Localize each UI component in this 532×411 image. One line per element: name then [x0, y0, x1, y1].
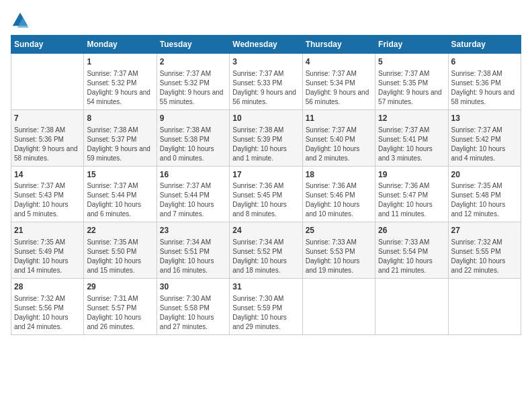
- calendar-week-5: 28Sunrise: 7:32 AMSunset: 5:56 PMDayligh…: [11, 279, 521, 335]
- day-info: Sunrise: 7:37 AMSunset: 5:35 PMDaylight:…: [378, 69, 445, 107]
- day-number: 4: [306, 56, 372, 68]
- day-info: Sunrise: 7:38 AMSunset: 5:37 PMDaylight:…: [87, 126, 153, 163]
- day-number: 13: [451, 113, 518, 124]
- day-number: 24: [232, 225, 299, 236]
- day-info: Sunrise: 7:33 AMSunset: 5:54 PMDaylight:…: [378, 238, 445, 275]
- day-info: Sunrise: 7:37 AMSunset: 5:43 PMDaylight:…: [14, 181, 81, 219]
- day-number: 20: [451, 169, 518, 181]
- day-of-week-saturday: Saturday: [448, 36, 521, 54]
- day-number: 31: [232, 281, 299, 293]
- calendar-cell: [448, 279, 521, 335]
- day-info: Sunrise: 7:36 AMSunset: 5:46 PMDaylight:…: [306, 181, 372, 219]
- calendar-cell: 27Sunrise: 7:32 AMSunset: 5:55 PMDayligh…: [448, 222, 521, 279]
- calendar-cell: [11, 54, 84, 110]
- calendar-week-1: 1Sunrise: 7:37 AMSunset: 5:32 PMDaylight…: [11, 54, 521, 110]
- day-number: 17: [232, 169, 299, 181]
- calendar-cell: 26Sunrise: 7:33 AMSunset: 5:54 PMDayligh…: [375, 222, 448, 279]
- day-info: Sunrise: 7:32 AMSunset: 5:56 PMDaylight:…: [14, 294, 81, 332]
- calendar-cell: 25Sunrise: 7:33 AMSunset: 5:53 PMDayligh…: [302, 222, 375, 279]
- logo: [11, 11, 32, 30]
- day-info: Sunrise: 7:31 AMSunset: 5:57 PMDaylight:…: [87, 294, 153, 332]
- day-info: Sunrise: 7:37 AMSunset: 5:40 PMDaylight:…: [306, 126, 372, 163]
- day-info: Sunrise: 7:34 AMSunset: 5:51 PMDaylight:…: [160, 238, 226, 275]
- calendar-cell: 11Sunrise: 7:37 AMSunset: 5:40 PMDayligh…: [302, 109, 375, 166]
- day-number: 14: [14, 169, 81, 181]
- logo-icon: [11, 11, 30, 30]
- day-info: Sunrise: 7:34 AMSunset: 5:52 PMDaylight:…: [232, 238, 299, 275]
- day-number: 25: [306, 225, 372, 236]
- calendar-week-3: 14Sunrise: 7:37 AMSunset: 5:43 PMDayligh…: [11, 166, 521, 222]
- calendar-header-row: SundayMondayTuesdayWednesdayThursdayFrid…: [11, 36, 521, 54]
- day-info: Sunrise: 7:38 AMSunset: 5:38 PMDaylight:…: [160, 126, 226, 163]
- calendar-cell: 13Sunrise: 7:37 AMSunset: 5:42 PMDayligh…: [448, 109, 521, 166]
- day-number: 15: [87, 169, 153, 181]
- calendar-cell: 15Sunrise: 7:37 AMSunset: 5:44 PMDayligh…: [84, 166, 157, 222]
- day-number: 30: [160, 281, 226, 293]
- calendar-cell: 2Sunrise: 7:37 AMSunset: 5:32 PMDaylight…: [157, 54, 229, 110]
- day-info: Sunrise: 7:36 AMSunset: 5:47 PMDaylight:…: [378, 181, 445, 219]
- calendar-cell: 18Sunrise: 7:36 AMSunset: 5:46 PMDayligh…: [302, 166, 375, 222]
- day-info: Sunrise: 7:35 AMSunset: 5:50 PMDaylight:…: [87, 238, 153, 275]
- calendar-cell: [302, 279, 375, 335]
- calendar-cell: 20Sunrise: 7:35 AMSunset: 5:48 PMDayligh…: [448, 166, 521, 222]
- calendar-table: SundayMondayTuesdayWednesdayThursdayFrid…: [11, 35, 521, 335]
- day-number: 10: [232, 113, 299, 124]
- day-of-week-monday: Monday: [84, 36, 157, 54]
- day-of-week-thursday: Thursday: [302, 36, 375, 54]
- day-number: 29: [87, 281, 153, 293]
- calendar-cell: 12Sunrise: 7:37 AMSunset: 5:41 PMDayligh…: [375, 109, 448, 166]
- calendar-week-4: 21Sunrise: 7:35 AMSunset: 5:49 PMDayligh…: [11, 222, 521, 279]
- calendar-cell: 16Sunrise: 7:37 AMSunset: 5:44 PMDayligh…: [157, 166, 229, 222]
- day-info: Sunrise: 7:37 AMSunset: 5:32 PMDaylight:…: [160, 69, 226, 107]
- day-number: 6: [451, 56, 518, 68]
- calendar-cell: 17Sunrise: 7:36 AMSunset: 5:45 PMDayligh…: [230, 166, 302, 222]
- day-info: Sunrise: 7:37 AMSunset: 5:33 PMDaylight:…: [232, 69, 299, 107]
- calendar-cell: 5Sunrise: 7:37 AMSunset: 5:35 PMDaylight…: [375, 54, 448, 110]
- day-number: 26: [378, 225, 445, 236]
- day-info: Sunrise: 7:30 AMSunset: 5:59 PMDaylight:…: [232, 294, 299, 332]
- calendar-cell: 30Sunrise: 7:30 AMSunset: 5:58 PMDayligh…: [157, 279, 229, 335]
- day-number: 5: [378, 56, 445, 68]
- day-info: Sunrise: 7:38 AMSunset: 5:39 PMDaylight:…: [232, 126, 299, 163]
- calendar-cell: 19Sunrise: 7:36 AMSunset: 5:47 PMDayligh…: [375, 166, 448, 222]
- day-number: 27: [451, 225, 518, 236]
- calendar-cell: 14Sunrise: 7:37 AMSunset: 5:43 PMDayligh…: [11, 166, 84, 222]
- day-of-week-sunday: Sunday: [11, 36, 84, 54]
- page-header: [11, 11, 521, 30]
- day-info: Sunrise: 7:37 AMSunset: 5:44 PMDaylight:…: [87, 181, 153, 219]
- calendar-cell: 21Sunrise: 7:35 AMSunset: 5:49 PMDayligh…: [11, 222, 84, 279]
- day-number: 9: [160, 113, 226, 124]
- day-number: 18: [306, 169, 372, 181]
- calendar-cell: 23Sunrise: 7:34 AMSunset: 5:51 PMDayligh…: [157, 222, 229, 279]
- day-info: Sunrise: 7:32 AMSunset: 5:55 PMDaylight:…: [451, 238, 518, 275]
- day-info: Sunrise: 7:37 AMSunset: 5:42 PMDaylight:…: [451, 126, 518, 163]
- calendar-cell: 1Sunrise: 7:37 AMSunset: 5:32 PMDaylight…: [84, 54, 157, 110]
- day-info: Sunrise: 7:35 AMSunset: 5:49 PMDaylight:…: [14, 238, 81, 275]
- day-info: Sunrise: 7:36 AMSunset: 5:45 PMDaylight:…: [232, 181, 299, 219]
- day-info: Sunrise: 7:37 AMSunset: 5:34 PMDaylight:…: [306, 69, 372, 107]
- calendar-cell: 31Sunrise: 7:30 AMSunset: 5:59 PMDayligh…: [230, 279, 302, 335]
- day-info: Sunrise: 7:30 AMSunset: 5:58 PMDaylight:…: [160, 294, 226, 332]
- day-info: Sunrise: 7:37 AMSunset: 5:41 PMDaylight:…: [378, 126, 445, 163]
- calendar-cell: 24Sunrise: 7:34 AMSunset: 5:52 PMDayligh…: [230, 222, 302, 279]
- calendar-cell: 3Sunrise: 7:37 AMSunset: 5:33 PMDaylight…: [230, 54, 302, 110]
- calendar-cell: 22Sunrise: 7:35 AMSunset: 5:50 PMDayligh…: [84, 222, 157, 279]
- day-number: 8: [87, 113, 153, 124]
- calendar-cell: 4Sunrise: 7:37 AMSunset: 5:34 PMDaylight…: [302, 54, 375, 110]
- day-number: 23: [160, 225, 226, 236]
- day-number: 1: [87, 56, 153, 68]
- calendar-cell: 29Sunrise: 7:31 AMSunset: 5:57 PMDayligh…: [84, 279, 157, 335]
- day-number: 12: [378, 113, 445, 124]
- day-of-week-friday: Friday: [375, 36, 448, 54]
- calendar-cell: 8Sunrise: 7:38 AMSunset: 5:37 PMDaylight…: [84, 109, 157, 166]
- calendar-cell: 28Sunrise: 7:32 AMSunset: 5:56 PMDayligh…: [11, 279, 84, 335]
- day-number: 21: [14, 225, 81, 236]
- day-info: Sunrise: 7:37 AMSunset: 5:44 PMDaylight:…: [160, 181, 226, 219]
- calendar-cell: [375, 279, 448, 335]
- day-number: 2: [160, 56, 226, 68]
- calendar-cell: 6Sunrise: 7:38 AMSunset: 5:36 PMDaylight…: [448, 54, 521, 110]
- day-number: 11: [306, 113, 372, 124]
- day-info: Sunrise: 7:38 AMSunset: 5:36 PMDaylight:…: [451, 69, 518, 107]
- calendar-week-2: 7Sunrise: 7:38 AMSunset: 5:36 PMDaylight…: [11, 109, 521, 166]
- day-of-week-wednesday: Wednesday: [230, 36, 302, 54]
